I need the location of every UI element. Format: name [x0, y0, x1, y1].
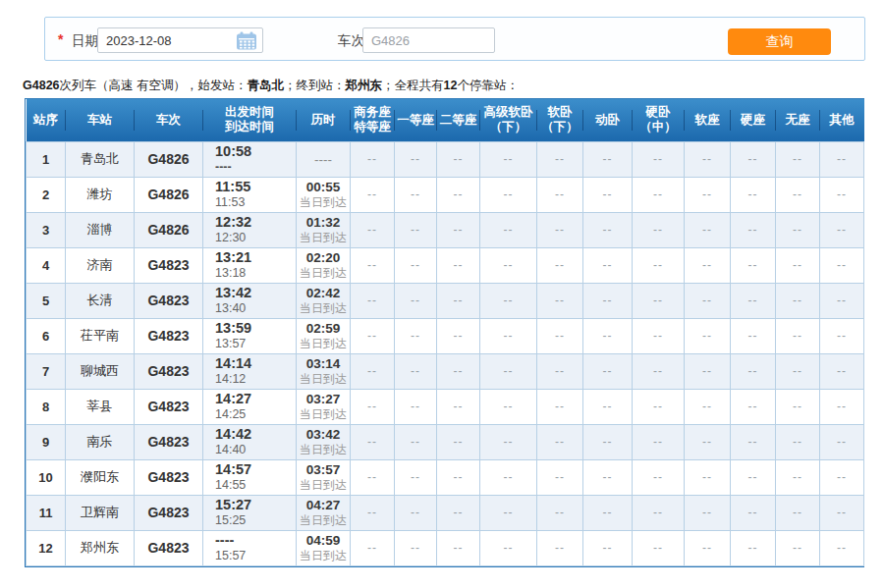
seat-availability: -- [351, 283, 395, 318]
column-header: 高级软卧（下） [480, 99, 537, 141]
train-number-input[interactable]: G4826 [362, 27, 495, 53]
station-name: 长清 [66, 283, 135, 318]
seat-availability: -- [395, 283, 437, 318]
seat-availability: -- [351, 247, 395, 283]
seat-availability: -- [583, 283, 633, 318]
seat-availability: -- [537, 495, 583, 530]
time-cell: 11:5511:53 [203, 177, 297, 212]
station-name: 濮阳东 [66, 459, 135, 495]
arrival-day-note: 当日到达 [297, 407, 350, 422]
station-name: 卫辉南 [66, 495, 135, 530]
seat-availability: -- [583, 141, 633, 177]
duration-value: 02:59 [297, 320, 350, 337]
arrival-time: ---- [215, 160, 296, 175]
duration-cell: 02:42当日到达 [297, 283, 351, 318]
station-name: 茌平南 [66, 318, 135, 353]
table-row: 4济南G482313:2113:1802:20当日到达-------------… [27, 247, 864, 283]
duration-value: 04:27 [297, 497, 350, 513]
time-cell: 14:1414:12 [203, 353, 297, 389]
seat-availability: -- [776, 530, 820, 565]
seat-availability: -- [480, 212, 537, 247]
seat-availability: -- [395, 247, 437, 283]
seat-availability: -- [633, 177, 685, 212]
seat-availability: -- [351, 495, 395, 530]
train-number: G4826 [135, 177, 203, 212]
time-cell: 10:58---- [203, 141, 297, 177]
seat-availability: -- [685, 177, 731, 212]
date-value: 2023-12-08 [106, 33, 172, 48]
arrival-time: 13:18 [215, 266, 296, 281]
seat-availability: -- [685, 459, 731, 495]
seat-availability: -- [437, 177, 480, 212]
arrival-time: 14:25 [215, 407, 296, 422]
summary-text: ；全程共有 [382, 79, 444, 92]
seat-availability: -- [731, 283, 776, 318]
seat-availability: -- [685, 424, 731, 459]
search-button[interactable]: 查询 [728, 28, 831, 55]
table-row: 2潍坊G482611:5511:5300:55当日到达-------------… [27, 177, 864, 212]
seat-availability: -- [731, 530, 776, 565]
date-input[interactable]: 2023-12-08 [97, 27, 263, 53]
seat-availability: -- [480, 318, 537, 353]
column-header: 车次 [135, 99, 203, 141]
seat-availability: -- [776, 177, 820, 212]
seat-availability: -- [395, 495, 437, 530]
station-name: 郑州东 [66, 530, 135, 565]
seat-availability: -- [480, 424, 537, 459]
seat-availability: -- [633, 495, 685, 530]
departure-time: 15:27 [215, 497, 296, 513]
seat-availability: -- [395, 141, 437, 177]
train-number: G4823 [135, 247, 203, 283]
arrival-time: 11:53 [215, 195, 296, 210]
stop-sequence: 7 [27, 353, 66, 389]
seat-availability: -- [731, 318, 776, 353]
summary-destination-station: 郑州东 [346, 79, 383, 92]
station-name: 济南 [66, 247, 135, 283]
seat-availability: -- [685, 389, 731, 424]
duration-value: 02:20 [297, 249, 350, 266]
seat-availability: -- [437, 141, 480, 177]
train-number: G4826 [135, 141, 203, 177]
seat-availability: -- [351, 424, 395, 459]
duration-value: ---- [297, 151, 350, 168]
seat-availability: -- [820, 318, 864, 353]
seat-availability: -- [351, 177, 395, 212]
seat-availability: -- [583, 212, 633, 247]
seat-availability: -- [776, 141, 820, 177]
stops-table-container: 站序车站车次出发时间到达时间历时商务座特等座一等座二等座高级软卧（下）软卧（下）… [25, 98, 864, 567]
seat-availability: -- [395, 353, 437, 389]
stop-sequence: 8 [27, 389, 66, 424]
seat-availability: -- [480, 530, 537, 565]
column-header: 无座 [776, 99, 820, 141]
stop-sequence: 12 [27, 530, 66, 565]
seat-availability: -- [437, 389, 480, 424]
departure-time: ---- [215, 532, 296, 549]
seat-availability: -- [776, 495, 820, 530]
departure-time: 11:55 [215, 179, 296, 195]
time-cell: 14:4214:40 [203, 424, 297, 459]
arrival-day-note: 当日到达 [297, 478, 350, 493]
seat-availability: -- [351, 141, 395, 177]
seat-availability: -- [583, 389, 633, 424]
duration-value: 04:59 [297, 532, 350, 549]
seat-availability: -- [633, 212, 685, 247]
calendar-icon[interactable] [236, 31, 257, 50]
column-header: 动卧 [583, 99, 633, 141]
seat-availability: -- [537, 177, 583, 212]
duration-value: 03:14 [297, 355, 350, 372]
seat-availability: -- [583, 424, 633, 459]
duration-cell: 02:20当日到达 [297, 247, 351, 283]
seat-availability: -- [395, 459, 437, 495]
seat-availability: -- [685, 353, 731, 389]
seat-availability: -- [480, 495, 537, 530]
summary-text: 个停靠站： [457, 79, 519, 92]
seat-availability: -- [437, 459, 480, 495]
arrival-day-note: 当日到达 [297, 513, 350, 528]
seat-availability: -- [437, 495, 480, 530]
arrival-day-note: 当日到达 [297, 549, 350, 563]
column-header: 车站 [66, 99, 135, 141]
table-row: 3淄博G482612:3212:3001:32当日到达-------------… [27, 212, 864, 247]
seat-availability: -- [633, 459, 685, 495]
seat-availability: -- [537, 283, 583, 318]
seat-availability: -- [633, 353, 685, 389]
